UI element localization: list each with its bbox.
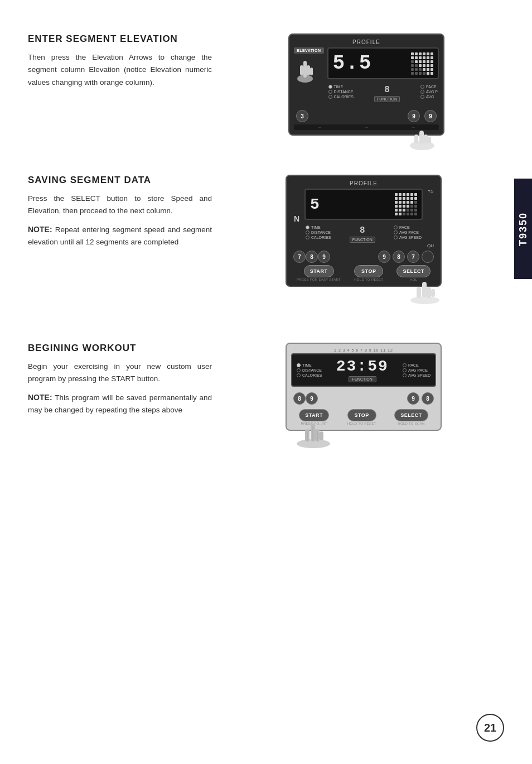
svg-rect-13	[427, 287, 431, 298]
display-value-2: 5	[310, 196, 321, 213]
section-enter-elevation: ENTER SEGMENT ELEVATION Then press the E…	[0, 22, 532, 147]
svg-rect-14	[431, 289, 435, 297]
start-btn-wrap-2: START PRESS FOR EASY START	[297, 265, 341, 281]
stop-btn-sub-2: HOLD TO RESET	[354, 278, 383, 281]
hand-icon-1	[296, 55, 315, 83]
select-btn-3[interactable]: SELECT	[394, 409, 428, 421]
stop-btn-wrap-3: STOP HOLD TO RESET	[347, 409, 376, 425]
section-title-workout: BEGINING WORKOUT	[28, 343, 212, 354]
hand-icon-bottom-3	[291, 420, 336, 450]
svg-rect-11	[422, 282, 427, 297]
profile-label-1: PROFILE	[294, 39, 439, 45]
section-image-elevation: PROFILE ELEVATION	[229, 33, 504, 136]
section-text-workout: BEGINING WORKOUT Begin your exercising i…	[28, 343, 212, 416]
num-btn-9-3: 9	[318, 251, 330, 263]
num-btn-8-1: 8	[306, 251, 318, 263]
segment-numbers-3: 1 2 3 4 5 6 7 8 9 10 11 12	[291, 348, 436, 352]
dot-matrix-1	[411, 52, 433, 75]
section-body-saving: Press the SELECT button to store Speed a…	[28, 193, 212, 218]
select-btn-2[interactable]: SELECT	[396, 265, 431, 277]
num-btn-9-4: 9	[378, 251, 390, 263]
device-1: PROFILE ELEVATION	[288, 33, 444, 136]
num-btn-8-2: 8	[393, 251, 405, 263]
section-title-saving: SAVING SEGMENT DATA	[28, 175, 212, 186]
function-label-3: FUNCTION	[349, 376, 376, 382]
note-label-saving: NOTE:	[28, 225, 52, 234]
section-image-workout: 1 2 3 4 5 6 7 8 9 10 11 12 TIME DISTANCE…	[229, 343, 504, 431]
select-btn-sub-3: HOLD TO SCAN	[398, 422, 424, 425]
elevation-label-1: ELEVATION	[294, 47, 324, 54]
svg-rect-9	[428, 137, 431, 143]
svg-point-10	[410, 296, 439, 304]
device-3: 1 2 3 4 5 6 7 8 9 10 11 12 TIME DISTANCE…	[286, 343, 442, 431]
section-image-saving: PROFILE N 5	[229, 175, 504, 287]
svg-rect-3	[307, 65, 310, 75]
function-label-2: FUNCTION	[350, 237, 375, 243]
page-container: T9350 ENTER SEGMENT ELEVATION Then press…	[0, 0, 532, 764]
num-btn-7-2: 7	[407, 251, 419, 263]
section-text-saving: SAVING SEGMENT DATA Press the SELECT but…	[28, 175, 212, 248]
start-btn-3[interactable]: START	[299, 409, 329, 421]
start-btn-2[interactable]: START	[304, 265, 334, 277]
num-btn-6	[422, 251, 434, 263]
svg-rect-1	[303, 61, 307, 78]
display-screen-2: 5	[304, 189, 423, 220]
device-2: PROFILE N 5	[286, 175, 442, 287]
svg-rect-12	[417, 287, 421, 298]
section-title-elevation: ENTER SEGMENT ELEVATION	[28, 33, 212, 45]
svg-rect-4	[310, 68, 313, 75]
section-note-workout: NOTE: This program will be saved permane…	[28, 391, 212, 417]
num-btn-9-2: 9	[424, 110, 437, 122]
hand-icon-bottom-2	[405, 279, 444, 306]
hand-icon-bottom-1	[405, 128, 439, 152]
function-label-1: FUNCTION	[374, 96, 400, 102]
profile-label-2: PROFILE	[291, 180, 436, 186]
num-btn-7-1: 7	[293, 251, 306, 263]
stop-btn-3[interactable]: STOP	[347, 409, 376, 421]
display-value-1: 5.5	[333, 52, 373, 75]
section-body-elevation: Then press the Elevation Arrows to chang…	[28, 51, 212, 89]
note-body-workout: This program will be saved permanentally…	[28, 393, 212, 414]
section-text-elevation: ENTER SEGMENT ELEVATION Then press the E…	[28, 33, 212, 89]
select-btn-wrap-3: SELECT HOLD TO SCAN	[394, 409, 428, 425]
start-btn-sub-2: PRESS FOR EASY START	[297, 278, 341, 281]
note-label-workout: NOTE:	[28, 393, 52, 402]
section-body-workout: Begin your exercising in your new custom…	[28, 361, 212, 386]
display-screen-3: TIME DISTANCE CALORIES 23:59 FUNCTION PA…	[291, 353, 436, 387]
svg-rect-7	[414, 134, 418, 143]
dot-matrix-2	[395, 193, 417, 215]
svg-rect-8	[424, 134, 428, 143]
section-note-saving: NOTE: Repeat entering segment speed and …	[28, 223, 212, 249]
indicators-panel-2: TIME DISTANCE CALORIES 8 FUNCTION PACE	[304, 223, 423, 246]
num-btn-9-5: 9	[306, 392, 318, 405]
section-saving-data: SAVING SEGMENT DATA Press the SELECT but…	[0, 164, 532, 298]
svg-rect-19	[320, 431, 323, 440]
num-btn-9-6: 9	[407, 392, 419, 405]
stop-btn-2[interactable]: STOP	[354, 265, 383, 277]
svg-rect-6	[419, 131, 424, 144]
svg-rect-2	[300, 65, 303, 75]
num-btn-8-4: 8	[422, 392, 434, 405]
stop-btn-sub-3: HOLD TO RESET	[347, 422, 376, 425]
page-number: 21	[476, 714, 504, 742]
side-tab: T9350	[514, 179, 532, 279]
num-btn-3: 3	[296, 110, 308, 122]
number-center-1: 8	[384, 85, 390, 95]
section-begining-workout: BEGINING WORKOUT Begin your exercising i…	[0, 331, 532, 442]
stop-btn-wrap-2: STOP HOLD TO RESET	[354, 265, 383, 281]
indicators-panel-1: TIME DISTANCE CALORIES 8 FUNCTION PACE	[327, 83, 439, 105]
display-screen-1: 5.5	[327, 47, 439, 79]
num-btn-8-3: 8	[293, 392, 306, 405]
display-value-3: 23:59	[336, 358, 389, 375]
note-body-saving: Repeat entering segment speed and segmen…	[28, 225, 212, 246]
num-btn-9-1: 9	[408, 110, 420, 122]
